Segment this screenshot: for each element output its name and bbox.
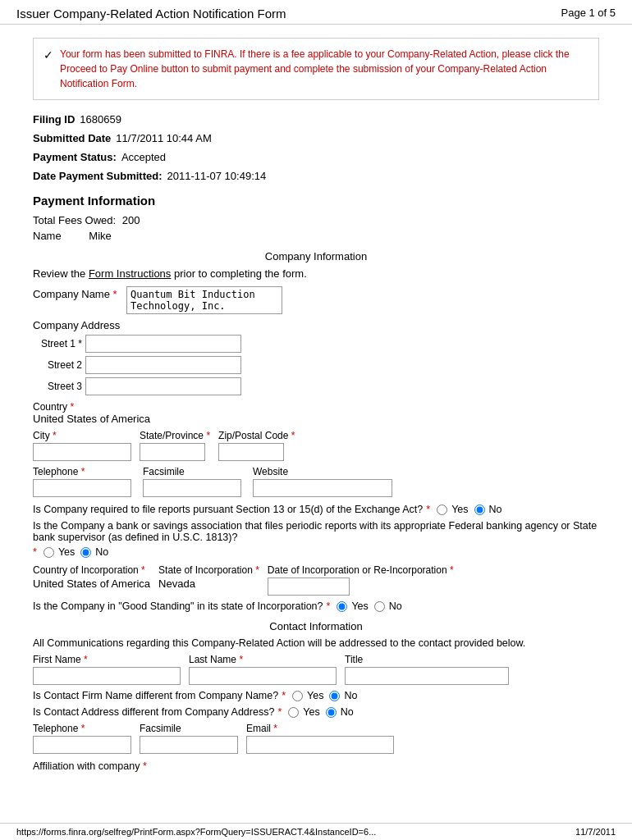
- contact-email-input[interactable]: mikes@quantumbit.com: [246, 736, 394, 754]
- good-standing-yes-radio[interactable]: [337, 601, 347, 612]
- website-block: Website www.quantumbit.com: [253, 466, 392, 497]
- notice-text: Your form has been submitted to FINRA. I…: [60, 47, 588, 91]
- title-input[interactable]: President: [345, 667, 509, 685]
- last-name-label: Last Name *: [189, 654, 337, 665]
- contact-info-title: Contact Information: [33, 620, 599, 632]
- affiliation-label: Affiliation with company: [33, 760, 140, 772]
- state-label: State/Province *: [140, 430, 210, 441]
- good-standing-no-label: No: [389, 600, 402, 612]
- contact-facsimile-input[interactable]: [140, 736, 238, 754]
- facsimile-input[interactable]: [143, 479, 241, 497]
- street1-row: Street 1 * 11152 Westheimer #118: [33, 335, 599, 353]
- page-header: Issuer Company-Related Action Notificati…: [0, 0, 632, 25]
- question2-no-radio[interactable]: [80, 547, 91, 558]
- street2-input[interactable]: [85, 356, 241, 374]
- date-incorp-label: Date of Incorporation or Re-Incorporatio…: [268, 564, 454, 576]
- firm-diff-text: Is Contact Firm Name different from Comp…: [33, 690, 278, 701]
- name-row: Name Mike: [33, 230, 599, 242]
- company-name-input[interactable]: Quantum Bit Induction Technology, Inc.: [126, 286, 282, 314]
- first-name-input[interactable]: Mike: [33, 667, 181, 685]
- telephone-label: Telephone *: [33, 466, 131, 477]
- first-name-label: First Name *: [33, 654, 181, 665]
- contact-email-block: Email * mikes@quantumbit.com: [246, 723, 394, 754]
- contact-info-section: Contact Information All Communications r…: [33, 620, 599, 772]
- address-diff-yes-label: Yes: [303, 706, 319, 718]
- street3-input[interactable]: [85, 377, 241, 395]
- total-fees-label: Total Fees Owed:: [33, 214, 116, 226]
- date-payment-row: Date Payment Submitted: 2011-11-07 10:49…: [33, 170, 599, 182]
- page-footer: https://forms.finra.org/selfreg/PrintFor…: [0, 823, 632, 840]
- question1-no-label: No: [489, 504, 502, 515]
- contact-email-label: Email *: [246, 723, 394, 734]
- form-instructions-link[interactable]: Form Instructions: [89, 267, 171, 280]
- date-payment-label: Date Payment Submitted:: [33, 170, 162, 182]
- contact-tel-row: Telephone * 281-682-3365 Facsimile Email…: [33, 723, 599, 754]
- name-value: Mike: [89, 230, 111, 242]
- first-name-block: First Name * Mike: [33, 654, 181, 685]
- country-incorp-block: Country of Incorporation * United States…: [33, 564, 150, 590]
- total-fees-value: 200: [122, 214, 140, 226]
- date-incorp-input[interactable]: 01/28/1999: [268, 578, 350, 596]
- country-value: United States of America: [33, 413, 150, 425]
- question1-text: Is Company required to file reports purs…: [33, 504, 423, 515]
- address-diff-yes-radio[interactable]: [288, 707, 299, 718]
- total-fees-row: Total Fees Owed: 200: [33, 214, 599, 226]
- address-diff-no-radio[interactable]: [326, 707, 337, 718]
- last-name-input[interactable]: Skillern: [189, 667, 337, 685]
- firm-diff-yes-label: Yes: [307, 690, 323, 701]
- country-label: Country *: [33, 401, 74, 413]
- firm-diff-yes-radio[interactable]: [292, 691, 303, 701]
- question1-yes-radio[interactable]: [437, 504, 447, 515]
- firm-diff-no-radio[interactable]: [329, 691, 340, 701]
- question2-no-label: No: [95, 546, 108, 558]
- payment-status-value: Accepted: [121, 151, 166, 163]
- city-block: City * Houston: [33, 430, 131, 461]
- street3-label: Street 3: [33, 381, 82, 392]
- company-info-section-title: Company Information: [33, 250, 599, 262]
- zip-label: Zip/Postal Code *: [218, 430, 295, 441]
- question1-row: Is Company required to file reports purs…: [33, 504, 599, 515]
- name-label: Name: [33, 230, 62, 242]
- telephone-input[interactable]: 832-377-7149: [33, 479, 131, 497]
- state-incorp-block: State of Incorporation * Nevada: [158, 564, 259, 590]
- company-name-row: Company Name * Quantum Bit Induction Tec…: [33, 286, 599, 314]
- incorporation-row: Country of Incorporation * United States…: [33, 564, 599, 596]
- date-payment-value: 2011-11-07 10:49:14: [167, 170, 266, 182]
- facsimile-block: Facsimile: [143, 466, 241, 497]
- city-state-zip-row: City * Houston State/Province * Texas Zi…: [33, 430, 599, 461]
- state-incorp-value: Nevada: [158, 578, 259, 590]
- footer-url: https://forms.finra.org/selfreg/PrintFor…: [16, 827, 376, 837]
- address-diff-text: Is Contact Address different from Compan…: [33, 706, 274, 718]
- city-label: City *: [33, 430, 131, 441]
- question2-yes-radio[interactable]: [44, 547, 54, 558]
- address-label: Company Address: [33, 319, 599, 331]
- address-diff-no-label: No: [341, 706, 354, 718]
- form-note-post: prior to completing the form.: [171, 267, 306, 280]
- telephone-block: Telephone * 832-377-7149: [33, 466, 131, 497]
- form-note-pre: Review the: [33, 267, 89, 280]
- city-input[interactable]: Houston: [33, 443, 131, 461]
- main-content: ✓ Your form has been submitted to FINRA.…: [0, 25, 632, 805]
- street1-input[interactable]: 11152 Westheimer #118: [85, 335, 241, 353]
- state-input[interactable]: Texas: [140, 443, 205, 461]
- last-name-block: Last Name * Skillern: [189, 654, 337, 685]
- page-number: Page 1 of 5: [561, 7, 616, 19]
- good-standing-no-radio[interactable]: [374, 601, 385, 612]
- submitted-date-value: 11/7/2011 10:44 AM: [116, 132, 211, 144]
- filing-id-value: 1680659: [80, 113, 121, 126]
- title-label: Title: [345, 654, 509, 665]
- website-input[interactable]: www.quantumbit.com: [253, 479, 392, 497]
- state-incorp-label: State of Incorporation *: [158, 564, 259, 576]
- question2-radio-group: Yes No: [40, 546, 108, 558]
- contact-facsimile-block: Facsimile: [140, 723, 238, 754]
- country-incorp-label: Country of Incorporation *: [33, 564, 150, 576]
- payment-status-label: Payment Status:: [33, 151, 117, 163]
- question1-no-radio[interactable]: [474, 504, 485, 515]
- zip-block: Zip/Postal Code * 77042: [218, 430, 295, 461]
- tel-fax-web-row: Telephone * 832-377-7149 Facsimile Websi…: [33, 466, 599, 497]
- address-diff-radio-group: Yes No: [285, 706, 353, 718]
- filing-id-row: Filing ID 1680659: [33, 113, 599, 126]
- zip-input[interactable]: 77042: [218, 443, 284, 461]
- contact-telephone-input[interactable]: 281-682-3365: [33, 736, 131, 754]
- contact-info-note: All Communications regarding this Compan…: [33, 637, 599, 649]
